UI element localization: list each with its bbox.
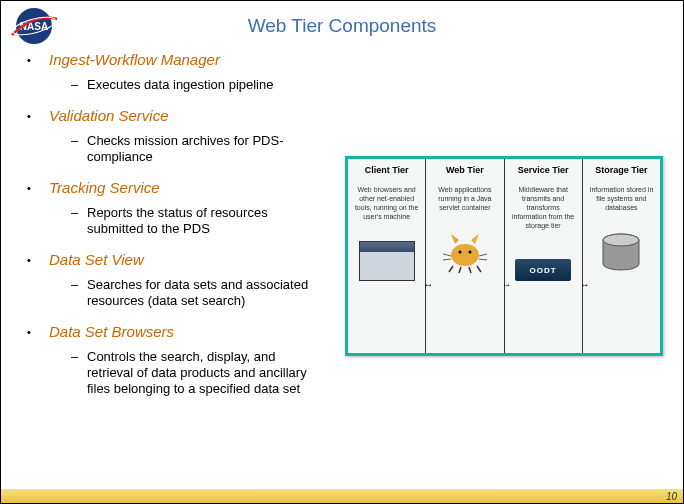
svg-point-7 — [603, 234, 639, 246]
tier-title: Client Tier — [352, 165, 421, 175]
tier-desc: Middleware that transmits and transforms… — [509, 185, 578, 230]
tier-desc: Web applications running in a Java servl… — [430, 185, 499, 212]
tier-service: Service Tier Middleware that transmits a… — [504, 159, 582, 353]
svg-point-4 — [458, 251, 461, 254]
bullet-list: •Ingest-Workflow Manager –Executes data … — [27, 51, 337, 411]
svg-point-3 — [451, 244, 479, 266]
bullet-sub: Searches for data sets and associated re… — [87, 277, 317, 309]
arrow-icon: ↔ — [423, 279, 433, 290]
footer-bar — [1, 489, 683, 503]
arrow-icon: ↔ — [502, 279, 512, 290]
page-title: Web Tier Components — [11, 15, 673, 37]
nasa-logo-icon: NASA — [7, 5, 61, 47]
tier-title: Service Tier — [509, 165, 578, 175]
bullet-heading: Validation Service — [49, 107, 169, 125]
bullet-sub: Reports the status of resources submitte… — [87, 205, 317, 237]
bullet-heading: Tracking Service — [49, 179, 160, 197]
arrow-icon: ↔ — [580, 279, 590, 290]
tier-web: Web Tier Web applications running in a J… — [425, 159, 503, 353]
tier-title: Web Tier — [430, 165, 499, 175]
browser-icon — [359, 241, 415, 281]
page-number: 10 — [666, 491, 677, 502]
tomcat-icon — [441, 230, 489, 274]
tier-title: Storage Tier — [587, 165, 656, 175]
bullet-sub: Controls the search, display, and retrie… — [87, 349, 317, 397]
architecture-diagram: Client Tier Web browsers and other net-e… — [345, 156, 663, 356]
bullet-sub: Executes data ingestion pipeline — [87, 77, 273, 93]
oodt-icon: OODT — [515, 259, 571, 281]
bullet-sub: Checks mission archives for PDS-complian… — [87, 133, 317, 165]
tier-desc: Information stored in file systems and d… — [587, 185, 656, 212]
tier-desc: Web browsers and other net-enabled tools… — [352, 185, 421, 221]
bullet-heading: Data Set Browsers — [49, 323, 174, 341]
bullet-heading: Data Set View — [49, 251, 144, 269]
bullet-heading: Ingest-Workflow Manager — [49, 51, 220, 69]
svg-point-5 — [468, 251, 471, 254]
tier-storage: Storage Tier Information stored in file … — [582, 159, 660, 353]
database-icon — [599, 232, 643, 272]
tier-client: Client Tier Web browsers and other net-e… — [348, 159, 425, 353]
